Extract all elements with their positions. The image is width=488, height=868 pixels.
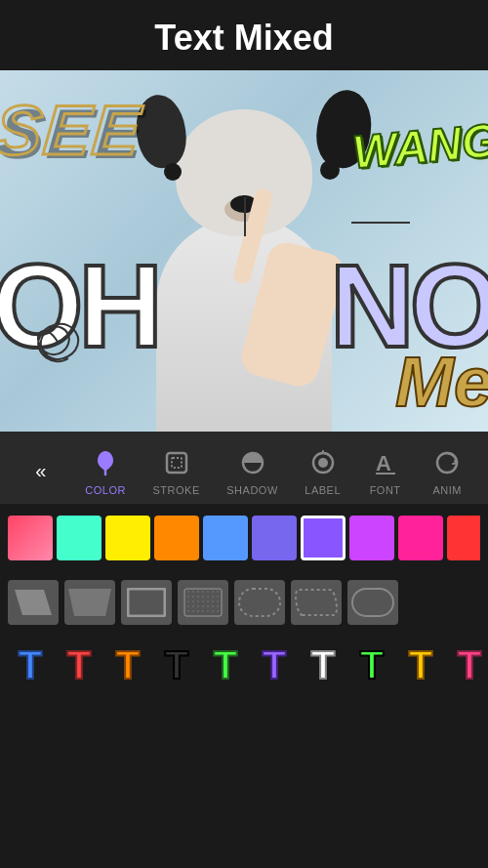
svg-rect-19 (352, 589, 393, 616)
swatch-red[interactable] (8, 516, 53, 560)
svg-point-4 (318, 458, 328, 468)
canvas: SEE WANG OH NO Me (0, 70, 488, 432)
svg-marker-10 (68, 589, 111, 616)
color-swatches (8, 516, 480, 560)
back-button[interactable]: « (23, 453, 59, 488)
label-icon (305, 445, 341, 480)
canvas-scribble (20, 305, 98, 383)
font-label: FONT (370, 484, 401, 496)
font-swatches: T T T T T T T T T T (8, 641, 480, 689)
toolbar-icons: « COLOR STROKE (0, 445, 488, 496)
anim-label: ANIM (432, 484, 462, 496)
svg-rect-1 (172, 458, 182, 468)
page-title: Text Mixed (0, 18, 488, 59)
toolbar-stroke[interactable]: STROKE (152, 445, 199, 496)
label-label: LABEL (305, 484, 341, 496)
shape-dotted-rectangle[interactable] (178, 580, 228, 625)
shape-pill[interactable] (347, 580, 398, 625)
font-style-red[interactable]: T (57, 641, 102, 689)
font-style-orange[interactable]: T (105, 641, 150, 689)
svg-rect-12 (184, 589, 222, 616)
font-style-white[interactable]: T (301, 641, 346, 689)
anim-icon (429, 445, 465, 480)
shape-parallelogram-left[interactable] (8, 580, 59, 625)
font-style-gold[interactable]: T (398, 641, 443, 689)
toolbar-shadow[interactable]: SHADOW (226, 445, 278, 496)
stroke-icon (159, 445, 194, 480)
swatch-indigo[interactable] (252, 516, 297, 560)
font-style-lime[interactable]: T (349, 641, 394, 689)
swatch-hot-pink[interactable] (398, 516, 443, 560)
font-icon: A (368, 445, 403, 480)
shape-swatches (8, 580, 480, 625)
swatch-blue[interactable] (203, 516, 248, 560)
svg-rect-11 (128, 589, 165, 616)
shape-trapezoid[interactable] (64, 580, 115, 625)
font-style-violet[interactable]: T (252, 641, 297, 689)
font-style-green[interactable]: T (203, 641, 248, 689)
swatch-orange[interactable] (154, 516, 199, 560)
color-label: COLOR (85, 484, 126, 496)
toolbar-label[interactable]: LABEL (305, 445, 341, 496)
toolbar-anim[interactable]: ANIM (429, 445, 465, 496)
font-style-black[interactable]: T (154, 641, 199, 689)
svg-text:A: A (376, 451, 391, 475)
color-panel (0, 504, 488, 572)
shape-dotted-rounded[interactable] (234, 580, 285, 625)
shadow-label: SHADOW (226, 484, 278, 496)
toolbar-color[interactable]: COLOR (85, 445, 126, 496)
svg-marker-9 (15, 590, 52, 615)
shape-rounded-parallelogram[interactable] (291, 580, 342, 625)
toolbar: « COLOR STROKE (0, 432, 488, 504)
swatch-magenta[interactable] (349, 516, 394, 560)
canvas-dash-line (351, 222, 410, 224)
shape-rectangle[interactable] (121, 580, 172, 625)
font-style-pink[interactable]: T (447, 641, 488, 689)
svg-rect-0 (167, 453, 186, 473)
canvas-cursor (244, 197, 246, 236)
swatch-crimson[interactable] (447, 516, 480, 560)
shape-panel (0, 572, 488, 633)
font-panel: T T T T T T T T T T (0, 633, 488, 701)
header: Text Mixed (0, 0, 488, 70)
swatch-yellow[interactable] (105, 516, 150, 560)
swatch-purple[interactable] (301, 516, 346, 560)
shadow-icon (235, 445, 270, 480)
stroke-label: STROKE (152, 484, 199, 496)
color-icon (88, 445, 123, 480)
svg-rect-18 (239, 589, 280, 616)
swatch-cyan[interactable] (57, 516, 102, 560)
toolbar-font[interactable]: A FONT (368, 445, 403, 496)
font-style-blue[interactable]: T (8, 641, 53, 689)
